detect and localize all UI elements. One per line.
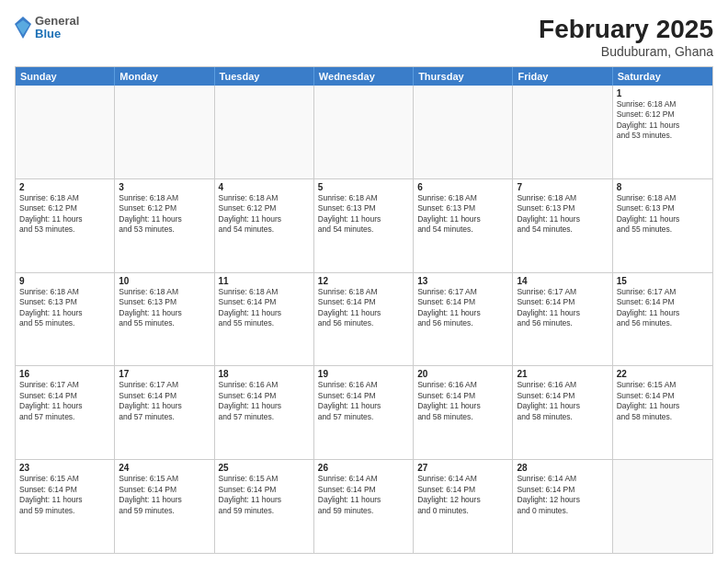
logo: General Blue	[15, 15, 79, 41]
day-number: 23	[19, 463, 110, 473]
day-cell-24: 24Sunrise: 6:15 AM Sunset: 6:14 PM Dayli…	[115, 460, 214, 553]
day-info: Sunrise: 6:18 AM Sunset: 6:13 PM Dayligh…	[19, 287, 110, 329]
calendar: SundayMondayTuesdayWednesdayThursdayFrid…	[15, 66, 713, 554]
empty-cell	[115, 86, 214, 178]
day-info: Sunrise: 6:18 AM Sunset: 6:12 PM Dayligh…	[19, 193, 110, 236]
day-number: 4	[219, 182, 310, 192]
day-number: 9	[19, 276, 110, 286]
title-block: February 2025 Buduburam, Ghana	[539, 15, 713, 59]
day-cell-11: 11Sunrise: 6:18 AM Sunset: 6:14 PM Dayli…	[215, 273, 314, 366]
header-day-sunday: Sunday	[16, 67, 115, 86]
day-number: 15	[617, 276, 709, 286]
day-number: 25	[219, 463, 310, 473]
day-cell-13: 13Sunrise: 6:17 AM Sunset: 6:14 PM Dayli…	[414, 273, 513, 366]
day-info: Sunrise: 6:18 AM Sunset: 6:13 PM Dayligh…	[617, 193, 709, 236]
calendar-header: SundayMondayTuesdayWednesdayThursdayFrid…	[16, 67, 712, 86]
day-info: Sunrise: 6:17 AM Sunset: 6:14 PM Dayligh…	[517, 287, 608, 329]
empty-cell	[613, 460, 712, 553]
header-day-thursday: Thursday	[414, 67, 513, 86]
day-cell-20: 20Sunrise: 6:16 AM Sunset: 6:14 PM Dayli…	[414, 366, 513, 459]
day-info: Sunrise: 6:18 AM Sunset: 6:13 PM Dayligh…	[517, 193, 608, 236]
logo-icon	[15, 17, 31, 39]
calendar-row-0: 1Sunrise: 6:18 AM Sunset: 6:12 PM Daylig…	[16, 86, 712, 178]
day-info: Sunrise: 6:16 AM Sunset: 6:14 PM Dayligh…	[417, 380, 508, 422]
day-number: 27	[417, 463, 508, 473]
logo-general: General	[35, 15, 79, 28]
calendar-body: 1Sunrise: 6:18 AM Sunset: 6:12 PM Daylig…	[16, 86, 712, 553]
day-number: 22	[617, 369, 709, 379]
day-number: 8	[617, 182, 709, 192]
day-number: 13	[417, 276, 508, 286]
day-info: Sunrise: 6:18 AM Sunset: 6:12 PM Dayligh…	[617, 99, 709, 142]
day-number: 1	[617, 88, 709, 98]
day-cell-28: 28Sunrise: 6:14 AM Sunset: 6:14 PM Dayli…	[513, 460, 612, 553]
day-cell-15: 15Sunrise: 6:17 AM Sunset: 6:14 PM Dayli…	[613, 273, 712, 366]
calendar-row-2: 9Sunrise: 6:18 AM Sunset: 6:13 PM Daylig…	[16, 272, 712, 366]
day-cell-17: 17Sunrise: 6:17 AM Sunset: 6:14 PM Dayli…	[115, 366, 214, 459]
day-info: Sunrise: 6:18 AM Sunset: 6:14 PM Dayligh…	[318, 287, 409, 329]
day-info: Sunrise: 6:14 AM Sunset: 6:14 PM Dayligh…	[417, 474, 508, 516]
day-info: Sunrise: 6:18 AM Sunset: 6:12 PM Dayligh…	[219, 193, 310, 236]
day-cell-10: 10Sunrise: 6:18 AM Sunset: 6:13 PM Dayli…	[115, 273, 214, 366]
day-number: 26	[318, 463, 409, 473]
day-info: Sunrise: 6:18 AM Sunset: 6:13 PM Dayligh…	[318, 193, 409, 236]
header-day-saturday: Saturday	[613, 67, 712, 86]
day-info: Sunrise: 6:18 AM Sunset: 6:14 PM Dayligh…	[219, 287, 310, 329]
day-number: 2	[19, 182, 110, 192]
day-cell-14: 14Sunrise: 6:17 AM Sunset: 6:14 PM Dayli…	[513, 273, 612, 366]
day-cell-7: 7Sunrise: 6:18 AM Sunset: 6:13 PM Daylig…	[513, 179, 612, 272]
day-cell-23: 23Sunrise: 6:15 AM Sunset: 6:14 PM Dayli…	[16, 460, 115, 553]
day-info: Sunrise: 6:17 AM Sunset: 6:14 PM Dayligh…	[119, 380, 210, 422]
day-info: Sunrise: 6:18 AM Sunset: 6:13 PM Dayligh…	[417, 193, 508, 236]
empty-cell	[314, 86, 414, 178]
day-number: 7	[517, 182, 608, 192]
day-number: 5	[318, 182, 409, 192]
day-info: Sunrise: 6:17 AM Sunset: 6:14 PM Dayligh…	[19, 380, 110, 422]
day-cell-22: 22Sunrise: 6:15 AM Sunset: 6:14 PM Dayli…	[613, 366, 712, 459]
day-number: 3	[119, 182, 210, 192]
day-number: 28	[517, 463, 608, 473]
day-info: Sunrise: 6:15 AM Sunset: 6:14 PM Dayligh…	[617, 380, 709, 422]
day-cell-8: 8Sunrise: 6:18 AM Sunset: 6:13 PM Daylig…	[613, 179, 712, 272]
day-cell-6: 6Sunrise: 6:18 AM Sunset: 6:13 PM Daylig…	[414, 179, 513, 272]
day-cell-4: 4Sunrise: 6:18 AM Sunset: 6:12 PM Daylig…	[215, 179, 314, 272]
day-number: 12	[318, 276, 409, 286]
calendar-title: February 2025	[539, 15, 713, 44]
day-info: Sunrise: 6:16 AM Sunset: 6:14 PM Dayligh…	[318, 380, 409, 422]
day-number: 24	[119, 463, 210, 473]
day-cell-18: 18Sunrise: 6:16 AM Sunset: 6:14 PM Dayli…	[215, 366, 314, 459]
calendar-row-1: 2Sunrise: 6:18 AM Sunset: 6:12 PM Daylig…	[16, 178, 712, 272]
day-info: Sunrise: 6:14 AM Sunset: 6:14 PM Dayligh…	[318, 474, 409, 516]
day-number: 6	[417, 182, 508, 192]
day-cell-21: 21Sunrise: 6:16 AM Sunset: 6:14 PM Dayli…	[513, 366, 612, 459]
day-cell-12: 12Sunrise: 6:18 AM Sunset: 6:14 PM Dayli…	[314, 273, 414, 366]
day-number: 14	[517, 276, 608, 286]
day-number: 16	[19, 369, 110, 379]
empty-cell	[16, 86, 115, 178]
day-info: Sunrise: 6:16 AM Sunset: 6:14 PM Dayligh…	[219, 380, 310, 422]
day-cell-25: 25Sunrise: 6:15 AM Sunset: 6:14 PM Dayli…	[215, 460, 314, 553]
day-cell-27: 27Sunrise: 6:14 AM Sunset: 6:14 PM Dayli…	[414, 460, 513, 553]
calendar-subtitle: Buduburam, Ghana	[539, 44, 713, 59]
day-info: Sunrise: 6:17 AM Sunset: 6:14 PM Dayligh…	[417, 287, 508, 329]
day-number: 21	[517, 369, 608, 379]
header-day-tuesday: Tuesday	[215, 67, 314, 86]
day-cell-1: 1Sunrise: 6:18 AM Sunset: 6:12 PM Daylig…	[613, 86, 712, 178]
day-info: Sunrise: 6:18 AM Sunset: 6:13 PM Dayligh…	[119, 287, 210, 329]
day-info: Sunrise: 6:15 AM Sunset: 6:14 PM Dayligh…	[219, 474, 310, 516]
header-day-wednesday: Wednesday	[314, 67, 414, 86]
day-cell-26: 26Sunrise: 6:14 AM Sunset: 6:14 PM Dayli…	[314, 460, 414, 553]
day-cell-2: 2Sunrise: 6:18 AM Sunset: 6:12 PM Daylig…	[16, 179, 115, 272]
empty-cell	[215, 86, 314, 178]
empty-cell	[513, 86, 612, 178]
day-info: Sunrise: 6:16 AM Sunset: 6:14 PM Dayligh…	[517, 380, 608, 422]
day-info: Sunrise: 6:14 AM Sunset: 6:14 PM Dayligh…	[517, 474, 608, 516]
day-info: Sunrise: 6:18 AM Sunset: 6:12 PM Dayligh…	[119, 193, 210, 236]
calendar-row-3: 16Sunrise: 6:17 AM Sunset: 6:14 PM Dayli…	[16, 365, 712, 459]
calendar-row-4: 23Sunrise: 6:15 AM Sunset: 6:14 PM Dayli…	[16, 459, 712, 553]
day-cell-16: 16Sunrise: 6:17 AM Sunset: 6:14 PM Dayli…	[16, 366, 115, 459]
page-header: General Blue February 2025 Buduburam, Gh…	[15, 15, 713, 59]
day-cell-9: 9Sunrise: 6:18 AM Sunset: 6:13 PM Daylig…	[16, 273, 115, 366]
day-cell-5: 5Sunrise: 6:18 AM Sunset: 6:13 PM Daylig…	[314, 179, 414, 272]
day-info: Sunrise: 6:17 AM Sunset: 6:14 PM Dayligh…	[617, 287, 709, 329]
